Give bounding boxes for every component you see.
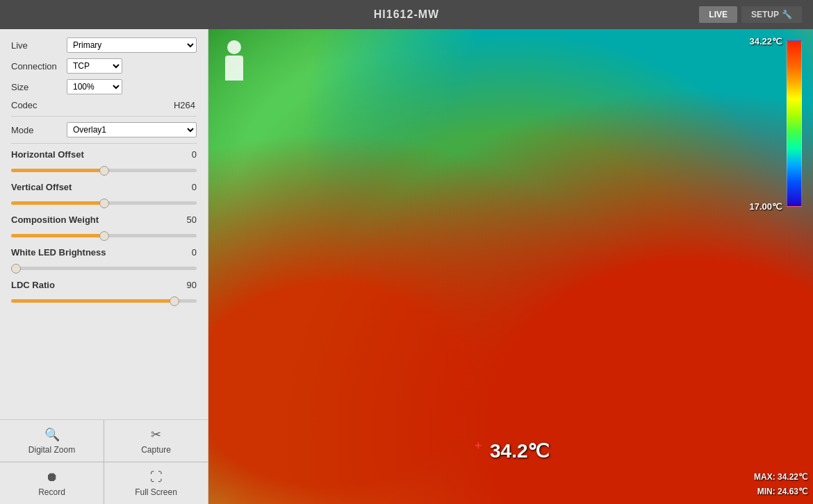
record-icon: ⏺ <box>46 470 58 485</box>
record-button[interactable]: ⏺ Record <box>0 462 104 504</box>
main-layout: Live Primary Secondary Connection TCP UD… <box>0 29 813 504</box>
codec-value: H264 <box>67 100 197 110</box>
person-body <box>225 56 243 81</box>
digital-zoom-label: Digital Zoom <box>28 445 75 455</box>
vertical-offset-value: 0 <box>192 182 197 192</box>
white-led-brightness-label: White LED Brightness <box>11 247 106 258</box>
full-screen-label: Full Screen <box>135 487 177 497</box>
wrench-icon: 🔧 <box>782 10 792 19</box>
horizontal-offset-section: Horizontal Offset 0 <box>11 149 197 175</box>
thermal-background <box>208 29 813 504</box>
top-bar: HI1612-MW LIVE SETUP 🔧 <box>0 0 813 29</box>
ldc-ratio-label: LDC Ratio <box>11 280 55 290</box>
stats-min: MIN: 24.63℃ <box>754 485 807 498</box>
color-scale-bar <box>787 40 802 207</box>
capture-button[interactable]: ✂ Capture <box>104 420 208 462</box>
record-label: Record <box>38 487 65 497</box>
composition-weight-label: Composition Weight <box>11 215 99 225</box>
connection-select[interactable]: TCP UDP <box>67 58 122 74</box>
setup-button[interactable]: SETUP 🔧 <box>741 6 802 23</box>
ldc-ratio-value: 90 <box>187 280 197 290</box>
vertical-offset-header: Vertical Offset 0 <box>11 182 197 192</box>
center-temperature: 34.2℃ <box>490 439 550 462</box>
codec-row: Codec H264 <box>11 100 197 110</box>
composition-weight-section: Composition Weight 50 <box>11 215 197 240</box>
capture-icon: ✂ <box>151 427 161 442</box>
connection-row: Connection TCP UDP <box>11 58 197 74</box>
bottom-buttons-grid: 🔍 Digital Zoom ✂ Capture ⏺ Record ⛶ Full… <box>0 419 208 504</box>
white-led-brightness-value: 0 <box>192 247 197 258</box>
composition-weight-header: Composition Weight 50 <box>11 215 197 225</box>
vertical-offset-label: Vertical Offset <box>11 182 72 192</box>
live-select[interactable]: Primary Secondary <box>67 37 197 53</box>
connection-label: Connection <box>11 61 67 72</box>
white-led-brightness-slider[interactable] <box>11 267 197 270</box>
size-label: Size <box>11 82 67 92</box>
scale-max-temp: 34.22℃ <box>749 36 782 47</box>
divider-2 <box>11 143 197 144</box>
stats-max: MAX: 34.22℃ <box>754 470 807 484</box>
digital-zoom-button[interactable]: 🔍 Digital Zoom <box>0 420 104 462</box>
scale-min-temp: 17.00℃ <box>749 201 782 212</box>
white-led-brightness-section: White LED Brightness 0 <box>11 247 197 273</box>
horizontal-offset-slider[interactable] <box>11 169 197 172</box>
vertical-offset-slider[interactable] <box>11 201 197 205</box>
person-head <box>227 40 241 54</box>
size-row: Size 100% 75% 50% <box>11 79 197 94</box>
ldc-ratio-header: LDC Ratio 90 <box>11 280 197 290</box>
horizontal-offset-label: Horizontal Offset <box>11 149 84 160</box>
camera-view: 34.22℃ 17.00℃ + 34.2℃ MAX: 34.22℃ MIN: 2… <box>208 29 813 504</box>
stats-overlay: MAX: 34.22℃ MIN: 24.63℃ <box>754 470 807 498</box>
page-title: HI1612-MW <box>374 8 439 21</box>
person-icon <box>225 40 243 81</box>
codec-label: Codec <box>11 100 67 110</box>
mode-label: Mode <box>11 125 67 135</box>
vertical-offset-section: Vertical Offset 0 <box>11 182 197 208</box>
composition-weight-value: 50 <box>187 215 197 225</box>
live-button[interactable]: LIVE <box>699 6 737 23</box>
top-bar-buttons: LIVE SETUP 🔧 <box>699 6 802 23</box>
live-row: Live Primary Secondary <box>11 37 197 53</box>
panel-scroll-area[interactable]: Live Primary Secondary Connection TCP UD… <box>0 29 208 419</box>
size-select[interactable]: 100% 75% 50% <box>67 79 122 94</box>
horizontal-offset-value: 0 <box>192 149 197 160</box>
ldc-ratio-slider[interactable] <box>11 299 197 303</box>
mode-row: Mode Overlay1 Overlay2 IR Only Visible O… <box>11 122 197 137</box>
zoom-icon: 🔍 <box>44 427 60 442</box>
crosshair-icon: + <box>475 439 482 453</box>
left-panel: Live Primary Secondary Connection TCP UD… <box>0 29 208 504</box>
horizontal-offset-header: Horizontal Offset 0 <box>11 149 197 160</box>
live-label: Live <box>11 40 67 51</box>
divider-1 <box>11 116 197 117</box>
fullscreen-icon: ⛶ <box>150 470 163 485</box>
capture-label: Capture <box>141 445 171 455</box>
white-led-brightness-header: White LED Brightness 0 <box>11 247 197 258</box>
full-screen-button[interactable]: ⛶ Full Screen <box>104 462 208 504</box>
composition-weight-slider[interactable] <box>11 234 197 237</box>
mode-select[interactable]: Overlay1 Overlay2 IR Only Visible Only <box>67 122 197 137</box>
ldc-ratio-section: LDC Ratio 90 <box>11 280 197 305</box>
